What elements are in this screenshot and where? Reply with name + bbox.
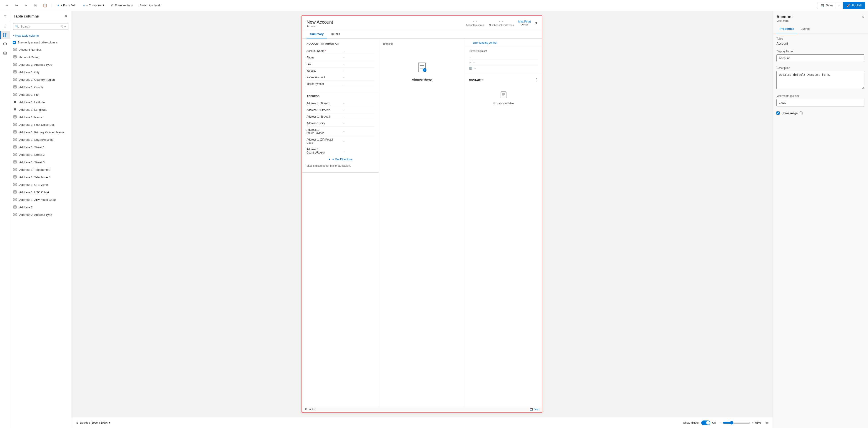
- field-value-zip: ···: [343, 140, 374, 143]
- field-value-street1: ···: [343, 102, 374, 105]
- sidebar-db-button[interactable]: [1, 49, 9, 57]
- viewport-icon: 🖥: [305, 407, 307, 411]
- svg-rect-19: [13, 78, 15, 79]
- column-item[interactable]: Address 1: County: [10, 83, 71, 91]
- save-dropdown-button[interactable]: ▾: [836, 2, 842, 9]
- prop-description-textarea[interactable]: Updated default Account form.: [776, 71, 864, 89]
- svg-rect-40: [15, 125, 17, 126]
- column-item[interactable]: Address 1: UPS Zone: [10, 181, 71, 189]
- column-item[interactable]: Address 1: Street 1: [10, 143, 71, 151]
- column-item[interactable]: Address 1: Country/Region: [10, 76, 71, 83]
- tab-details[interactable]: Details: [327, 30, 344, 38]
- column-item[interactable]: Address 1: State/Province: [10, 136, 71, 143]
- column-item[interactable]: Address 1: Primary Contact Name: [10, 129, 71, 136]
- sidebar-columns-button[interactable]: [0, 31, 10, 39]
- column-item[interactable]: Address 1: Telephone 3: [10, 173, 71, 181]
- column-label: Address 1: UTC Offset: [19, 191, 49, 194]
- desktop-indicator[interactable]: 🖥 Desktop (1920 x 1080) ▾: [76, 421, 110, 424]
- column-item[interactable]: Address 2: [10, 203, 71, 211]
- search-input[interactable]: [21, 25, 59, 28]
- tab-summary[interactable]: Summary: [307, 30, 327, 38]
- show-unused-checkbox[interactable]: [13, 41, 16, 44]
- column-item[interactable]: Address 1: Street 3: [10, 159, 71, 166]
- column-label: Address 1: Country/Region: [19, 78, 55, 81]
- column-label: Address 1: State/Province: [19, 138, 53, 141]
- sidebar-layers-button[interactable]: [1, 40, 9, 48]
- panel-close-button[interactable]: ✕: [65, 14, 67, 19]
- column-item[interactable]: Address 1: Latitude: [10, 98, 71, 106]
- show-unused-row[interactable]: Show only unused table columns: [10, 39, 71, 46]
- props-close-button[interactable]: ✕: [861, 15, 864, 19]
- svg-rect-66: [15, 176, 17, 177]
- search-filter-button[interactable]: ▽ ▾: [61, 25, 66, 28]
- undo-button[interactable]: ↩: [3, 1, 11, 9]
- prop-display-name-input[interactable]: [776, 54, 864, 62]
- column-item[interactable]: Address 1: Post Office Box: [10, 121, 71, 129]
- column-item[interactable]: Address 1: Name: [10, 113, 71, 121]
- column-item[interactable]: Address 1: Address Type: [10, 61, 71, 68]
- get-directions-button[interactable]: ✦ ✦ Get Directions: [307, 156, 374, 163]
- tab-events[interactable]: Events: [797, 25, 813, 33]
- svg-rect-22: [15, 80, 17, 81]
- column-item[interactable]: Address 1: UTC Offset: [10, 189, 71, 196]
- zoom-reset-button[interactable]: ⊕: [765, 421, 768, 425]
- column-item[interactable]: Account Rating: [10, 53, 71, 61]
- field-value-fax: ···: [343, 62, 374, 66]
- column-label: Address 1: Street 2: [19, 153, 44, 156]
- column-type-icon: [13, 115, 18, 119]
- form-title: New Account: [307, 20, 333, 25]
- error-loading-link[interactable]: Error loading control: [469, 39, 501, 47]
- add-form-field-button[interactable]: + + Form field: [55, 2, 79, 9]
- show-hidden-switch[interactable]: [701, 421, 710, 425]
- form-expand-button[interactable]: ▾: [535, 21, 537, 26]
- chevron-down-desktop: ▾: [109, 421, 110, 424]
- contacts-more-button[interactable]: ⋮: [535, 78, 538, 82]
- column-type-icon: [13, 153, 18, 157]
- copy-button[interactable]: ⎘: [31, 1, 39, 9]
- zoom-slider[interactable]: [723, 421, 750, 425]
- form-settings-button[interactable]: ⚙ Form settings: [108, 2, 136, 9]
- footer-save-button[interactable]: 💾 Save: [530, 408, 539, 411]
- svg-rect-41: [13, 131, 15, 132]
- publish-button[interactable]: 🚀 Publish: [843, 2, 865, 9]
- svg-rect-38: [15, 123, 17, 124]
- column-item[interactable]: Address 1: Street 2: [10, 151, 71, 159]
- field-label-street1: Address 1: Street 1: [307, 102, 343, 105]
- svg-rect-28: [15, 93, 17, 94]
- redo-button[interactable]: ↪: [12, 1, 21, 9]
- column-type-icon: [13, 213, 18, 217]
- switch-classic-button[interactable]: Switch to classic: [137, 2, 164, 9]
- field-zip: Address 1: ZIP/PostalCode ···: [307, 137, 374, 146]
- prop-description-group: Description Updated default Account form…: [776, 66, 864, 90]
- column-item[interactable]: Address 1: ZIP/Postal Code: [10, 196, 71, 203]
- column-item[interactable]: Account Number: [10, 46, 71, 53]
- add-column-button[interactable]: + New table column: [10, 32, 71, 39]
- sidebar-menu-button[interactable]: ☰: [1, 13, 9, 21]
- prop-display-name-label: Display Name: [776, 50, 864, 53]
- svg-rect-64: [15, 170, 17, 171]
- show-image-checkbox[interactable]: [776, 111, 780, 115]
- email-icon: ✉: [469, 61, 471, 64]
- save-btn-group: 💾 Save ▾: [817, 2, 842, 9]
- no-data-section: No data available.: [469, 84, 538, 112]
- column-item[interactable]: Address 1: Longitude: [10, 106, 71, 113]
- add-component-button[interactable]: + + Component: [81, 2, 107, 9]
- column-item[interactable]: Address 1: Fax: [10, 91, 71, 98]
- save-main-button[interactable]: 💾 Save: [817, 2, 836, 9]
- tab-properties[interactable]: Properties: [776, 25, 797, 33]
- zoom-minus-icon[interactable]: −: [719, 421, 721, 424]
- desktop-icon: 🖥: [76, 421, 79, 424]
- column-item[interactable]: Address 2: Address Type: [10, 211, 71, 219]
- zoom-plus-icon[interactable]: +: [752, 421, 753, 424]
- paste-button[interactable]: 📋: [41, 1, 49, 9]
- column-item[interactable]: Address 1: City: [10, 68, 71, 76]
- info-icon: ⓘ: [800, 111, 803, 115]
- column-item[interactable]: Address 1: Telephone 2: [10, 166, 71, 173]
- column-type-icon: [13, 123, 18, 127]
- svg-rect-27: [13, 93, 15, 94]
- prop-max-width-input[interactable]: [776, 99, 864, 107]
- owner-link[interactable]: Matt Peart: [518, 20, 531, 23]
- timeline-empty: + Almost there: [383, 48, 462, 96]
- cut-button[interactable]: ✂: [22, 1, 30, 9]
- sidebar-home-button[interactable]: ⊞: [1, 22, 9, 30]
